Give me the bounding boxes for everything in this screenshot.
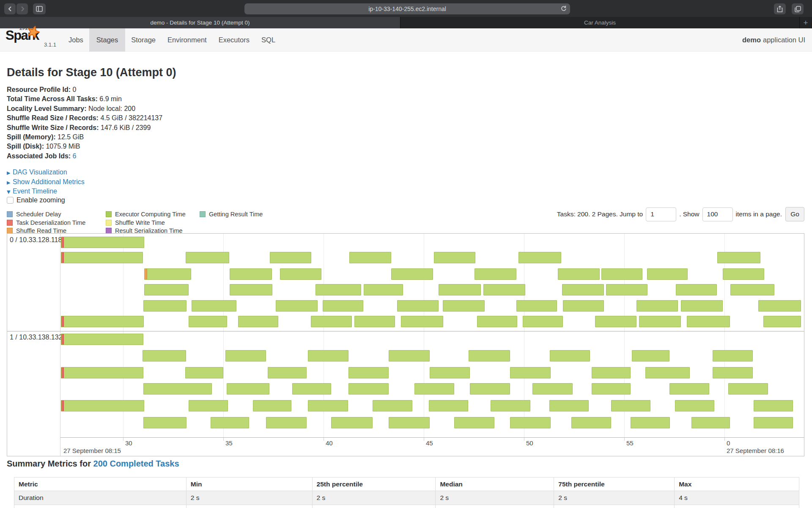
task-bar[interactable] (754, 417, 793, 428)
completed-tasks-link[interactable]: 200 Completed Tasks (93, 459, 179, 468)
task-bar[interactable] (636, 300, 678, 312)
task-bar[interactable] (230, 268, 272, 280)
toggle-dag-visualization[interactable]: ▶DAG Visualization (7, 168, 85, 177)
task-bar[interactable] (681, 300, 723, 312)
task-bar[interactable] (253, 400, 291, 411)
task-bar[interactable] (61, 400, 144, 411)
task-bar[interactable] (647, 268, 688, 280)
task-bar[interactable] (401, 316, 443, 327)
task-bar[interactable] (754, 400, 793, 411)
task-bar[interactable] (669, 383, 709, 395)
task-bar[interactable] (185, 367, 223, 378)
spark-logo[interactable]: Spark APACHE 3.1.1 (5, 30, 60, 51)
task-bar[interactable] (475, 268, 516, 280)
task-bar[interactable] (717, 252, 760, 263)
task-bar[interactable] (397, 300, 439, 312)
task-bar[interactable] (391, 268, 433, 280)
task-bar[interactable] (429, 400, 468, 411)
task-bar[interactable] (728, 383, 768, 395)
task-bar[interactable] (323, 300, 363, 312)
task-bar[interactable] (758, 300, 801, 312)
task-bar[interactable] (268, 367, 307, 378)
task-bar[interactable] (186, 252, 229, 263)
task-bar[interactable] (230, 284, 272, 295)
task-bar[interactable] (592, 367, 631, 378)
task-bar[interactable] (639, 316, 681, 327)
task-bar[interactable] (238, 316, 278, 327)
reload-button[interactable] (560, 5, 567, 12)
task-bar[interactable] (723, 268, 764, 280)
task-bar[interactable] (510, 367, 551, 378)
tab-overview-button[interactable] (792, 3, 804, 14)
task-bar[interactable] (143, 417, 187, 428)
nav-tab-sql[interactable]: SQL (255, 28, 281, 52)
task-bar[interactable] (373, 400, 412, 411)
summary-column-header[interactable]: Metric (14, 478, 187, 491)
task-bar[interactable] (364, 284, 403, 295)
nav-tab-stages[interactable]: Stages (89, 28, 125, 52)
nav-tab-storage[interactable]: Storage (125, 28, 162, 52)
task-bar[interactable] (713, 367, 753, 378)
task-bar[interactable] (61, 334, 143, 345)
task-bar[interactable] (143, 350, 186, 362)
task-bar[interactable] (144, 284, 189, 295)
task-bar[interactable] (631, 417, 670, 428)
task-bar[interactable] (592, 383, 631, 395)
summary-column-header[interactable]: 75th percentile (554, 478, 675, 491)
task-bar[interactable] (549, 400, 589, 411)
task-bar[interactable] (443, 300, 485, 312)
task-bar[interactable] (510, 417, 551, 428)
task-bar[interactable] (470, 383, 510, 395)
browser-tab-inactive[interactable]: Car Analysis (401, 17, 800, 28)
task-bar[interactable] (276, 300, 318, 312)
task-bar[interactable] (349, 252, 391, 263)
task-bar[interactable] (430, 367, 470, 378)
task-bar[interactable] (601, 268, 642, 280)
task-bar[interactable] (414, 383, 454, 395)
task-bar[interactable] (192, 300, 236, 312)
task-bar[interactable] (562, 284, 604, 295)
share-button[interactable] (774, 3, 786, 14)
summary-column-header[interactable]: Max (675, 478, 799, 491)
browser-tab-active[interactable]: demo - Details for Stage 10 (Attempt 0) (0, 17, 401, 28)
task-bar[interactable] (483, 284, 525, 295)
back-button[interactable] (4, 3, 16, 14)
nav-tab-executors[interactable]: Executors (213, 28, 255, 52)
items-per-page-input[interactable] (702, 207, 733, 221)
summary-column-header[interactable]: 25th percentile (312, 478, 436, 491)
summary-column-header[interactable]: Median (436, 478, 554, 491)
task-bar[interactable] (469, 350, 510, 362)
task-bar[interactable] (211, 417, 249, 428)
task-bar[interactable] (189, 316, 227, 327)
task-bar[interactable] (61, 367, 143, 378)
task-bar[interactable] (477, 316, 517, 327)
task-bar[interactable] (632, 350, 669, 362)
task-bar[interactable] (144, 268, 191, 280)
nav-tab-jobs[interactable]: Jobs (63, 28, 89, 52)
summary-column-header[interactable]: Min (186, 478, 312, 491)
task-bar[interactable] (571, 417, 611, 428)
new-tab-button[interactable]: + (800, 17, 812, 28)
nav-tab-environment[interactable]: Environment (162, 28, 213, 52)
jump-to-page-input[interactable] (646, 207, 676, 221)
task-bar[interactable] (61, 237, 144, 248)
task-bar[interactable] (675, 400, 714, 411)
task-bar[interactable] (730, 284, 774, 295)
task-bar[interactable] (763, 316, 801, 327)
task-bar[interactable] (308, 400, 348, 411)
task-bar[interactable] (558, 268, 600, 280)
task-bar[interactable] (308, 350, 348, 362)
task-bar[interactable] (315, 284, 361, 295)
task-bar[interactable] (691, 417, 730, 428)
task-bar[interactable] (61, 252, 143, 263)
task-bar[interactable] (389, 417, 430, 428)
task-bar[interactable] (354, 316, 395, 327)
url-bar[interactable]: ip-10-33-140-255.ec2.internal (244, 3, 570, 14)
task-bar[interactable] (189, 400, 228, 411)
go-button[interactable]: Go (785, 207, 804, 221)
task-bar[interactable] (348, 367, 389, 378)
task-bar[interactable] (143, 383, 212, 395)
task-bar[interactable] (563, 300, 604, 312)
task-bar[interactable] (518, 252, 561, 263)
task-bar[interactable] (550, 350, 590, 362)
